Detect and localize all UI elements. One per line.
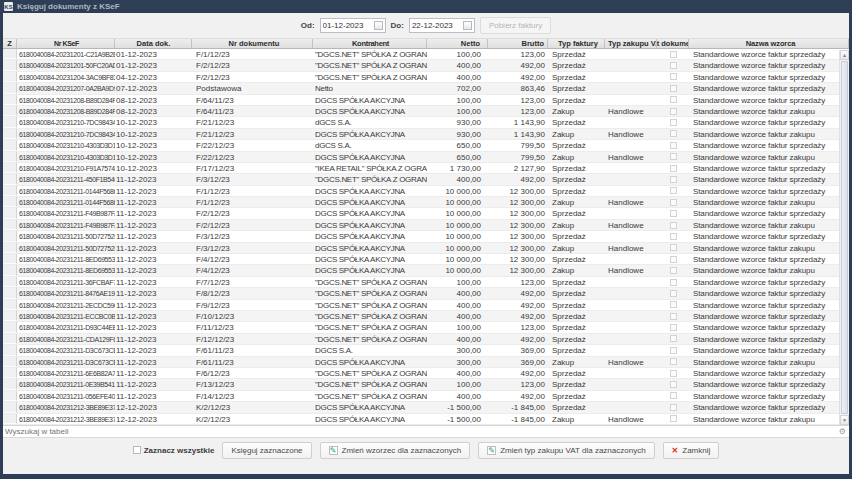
row-select-cell[interactable] — [3, 414, 17, 424]
scrollbar-thumb[interactable] — [841, 61, 848, 414]
date-from-input[interactable] — [323, 21, 372, 30]
document-checkbox[interactable] — [670, 290, 677, 297]
table-row[interactable]: 6180040084-20231211-0144F568689A11-12-20… — [3, 186, 849, 197]
table-row[interactable]: 6180040084-20231208-B89D284F26BC08-12-20… — [3, 106, 849, 117]
row-select-cell[interactable] — [3, 288, 17, 298]
table-row[interactable]: 6180040084-20231211-056EFE40DF2811-12-20… — [3, 391, 849, 402]
table-row[interactable]: 6180040084-20231211-F49B987FAAFC11-12-20… — [3, 208, 849, 219]
row-select-cell[interactable] — [3, 197, 17, 207]
window-titlebar[interactable]: KS Księguj dokumenty z KSeF — [0, 0, 852, 13]
row-select-cell[interactable] — [3, 152, 17, 162]
table-row[interactable]: 6180040084-20231211-6E6B82A702CE11-12-20… — [3, 368, 849, 379]
document-checkbox[interactable] — [670, 233, 677, 240]
row-select-cell[interactable] — [3, 49, 17, 59]
select-all-checkbox[interactable]: Zaznacz wszystkie — [133, 446, 215, 455]
document-checkbox[interactable] — [670, 358, 677, 365]
row-select-cell[interactable] — [3, 186, 17, 196]
row-select-cell[interactable] — [3, 95, 17, 105]
date-to-input[interactable] — [412, 21, 461, 30]
table-row[interactable]: 6180040084-20231210-F91A7574A80E10-12-20… — [3, 163, 849, 174]
row-select-cell[interactable] — [3, 129, 17, 139]
table-row[interactable]: 6180040084-20231211-50D72752D57911-12-20… — [3, 231, 849, 242]
scroll-down-button[interactable]: ▼ — [840, 415, 849, 425]
document-checkbox[interactable] — [670, 85, 677, 92]
table-row[interactable]: 6180040084-20231210-4303D3D1FC4C10-12-20… — [3, 140, 849, 151]
table-row[interactable]: 6180040084-20231211-8ED69553F28E11-12-20… — [3, 254, 849, 265]
table-row[interactable]: 6180040084-20231211-D3C673CE607311-12-20… — [3, 357, 849, 368]
document-checkbox[interactable] — [670, 187, 677, 194]
table-row[interactable]: 6180040084-20231211-450F1B540EE911-12-20… — [3, 174, 849, 185]
document-checkbox[interactable] — [670, 335, 677, 342]
row-select-cell[interactable] — [3, 174, 17, 184]
document-checkbox[interactable] — [670, 244, 677, 251]
document-checkbox[interactable] — [670, 142, 677, 149]
document-checkbox[interactable] — [670, 199, 677, 206]
column-header-typ-faktury[interactable]: Typ faktury — [548, 39, 605, 48]
row-select-cell[interactable] — [3, 231, 17, 241]
row-select-cell[interactable] — [3, 60, 17, 70]
search-input[interactable] — [3, 427, 839, 436]
document-checkbox[interactable] — [670, 165, 677, 172]
row-select-cell[interactable] — [3, 243, 17, 253]
fetch-invoices-button[interactable]: Pobierz faktury — [480, 17, 551, 34]
table-row[interactable]: 6180040084-20231211-0E39B5411E3911-12-20… — [3, 379, 849, 390]
table-row[interactable]: 6180040084-20231207-0A2BA9D970A807-12-20… — [3, 83, 849, 94]
close-button[interactable]: ✕ Zamknij — [663, 442, 720, 459]
vertical-scrollbar[interactable]: ▲ ▼ — [839, 50, 849, 425]
document-checkbox[interactable] — [670, 301, 677, 308]
document-checkbox[interactable] — [670, 347, 677, 354]
document-checkbox[interactable] — [670, 381, 677, 388]
document-checkbox[interactable] — [670, 62, 677, 69]
row-select-cell[interactable] — [3, 254, 17, 264]
calendar-icon[interactable] — [463, 21, 472, 30]
table-row[interactable]: 6180040084-20231211-36FCBAF7366C11-12-20… — [3, 277, 849, 288]
column-header-brutto[interactable]: Brutto — [488, 39, 548, 48]
table-row[interactable]: 6180040084-20231211-8ED69553F28E11-12-20… — [3, 265, 849, 276]
row-select-cell[interactable] — [3, 106, 17, 116]
row-select-cell[interactable] — [3, 163, 17, 173]
row-select-cell[interactable] — [3, 311, 17, 321]
row-select-cell[interactable] — [3, 402, 17, 412]
document-checkbox[interactable] — [670, 153, 677, 160]
column-header-netto[interactable]: Netto — [427, 39, 488, 48]
change-vat-type-button[interactable]: ✎ Zmień typ zakupu VAT dla zaznaczonych — [478, 442, 654, 459]
table-row[interactable]: 6180040084-20231201-50FC20ADEB6301-12-20… — [3, 60, 849, 71]
table-row[interactable]: 6180040084-20231211-8476AE19D30711-12-20… — [3, 288, 849, 299]
row-select-cell[interactable] — [3, 345, 17, 355]
document-checkbox[interactable] — [670, 404, 677, 411]
document-checkbox[interactable] — [670, 210, 677, 217]
gear-icon[interactable]: ⚙ — [839, 427, 849, 437]
table-row[interactable]: 6180040084-20231210-4303D3D1FC4C10-12-20… — [3, 152, 849, 163]
table-row[interactable]: 6180040084-20231211-D93C44EB169211-12-20… — [3, 322, 849, 333]
table-row[interactable]: 6180040084-20231211-0144F568689A11-12-20… — [3, 197, 849, 208]
row-select-cell[interactable] — [3, 379, 17, 389]
row-select-cell[interactable] — [3, 300, 17, 310]
column-header-nr-ksef[interactable]: Nr KSeF — [17, 39, 115, 48]
column-header-jest-dokument[interactable]: Jest dokumen... — [657, 39, 689, 48]
document-checkbox[interactable] — [670, 222, 677, 229]
table-row[interactable]: 6180040084-20231211-ECCBC0BE4D2011-12-20… — [3, 311, 849, 322]
column-header-select[interactable]: Z — [3, 39, 17, 48]
document-checkbox[interactable] — [670, 130, 677, 137]
document-checkbox[interactable] — [670, 73, 677, 80]
document-checkbox[interactable] — [670, 51, 677, 58]
column-header-kontrahent[interactable]: Kontrahent — [313, 39, 427, 48]
row-select-cell[interactable] — [3, 265, 17, 275]
table-row[interactable]: 6180040084-20231212-3BE89E37179812-12-20… — [3, 414, 849, 425]
table-row[interactable]: 6180040084-20231211-D3C673CE607311-12-20… — [3, 345, 849, 356]
row-select-cell[interactable] — [3, 83, 17, 93]
table-row[interactable]: 6180040084-20231204-3AC9BF83C78D04-12-20… — [3, 72, 849, 83]
column-header-nr-dokumentu[interactable]: Nr dokumentu — [192, 39, 313, 48]
table-row[interactable]: 6180040084-20231208-B89D284F26BC08-12-20… — [3, 95, 849, 106]
table-row[interactable]: 6180040084-20231210-7DC984340DBE10-12-20… — [3, 129, 849, 140]
document-checkbox[interactable] — [670, 256, 677, 263]
table-row[interactable]: 6180040084-20231201-C21A9B2B6231001-12-2… — [3, 49, 849, 60]
table-row[interactable]: 6180040084-20231212-3BE89E37179812-12-20… — [3, 402, 849, 413]
table-row[interactable]: 6180040084-20231211-F49B987FAAFC11-12-20… — [3, 220, 849, 231]
column-header-nazwa-wzorca[interactable]: Nazwa wzorca — [689, 39, 849, 48]
document-checkbox[interactable] — [670, 392, 677, 399]
document-checkbox[interactable] — [670, 176, 677, 183]
row-select-cell[interactable] — [3, 391, 17, 401]
scroll-up-button[interactable]: ▲ — [840, 50, 849, 60]
calendar-icon[interactable] — [374, 21, 383, 30]
